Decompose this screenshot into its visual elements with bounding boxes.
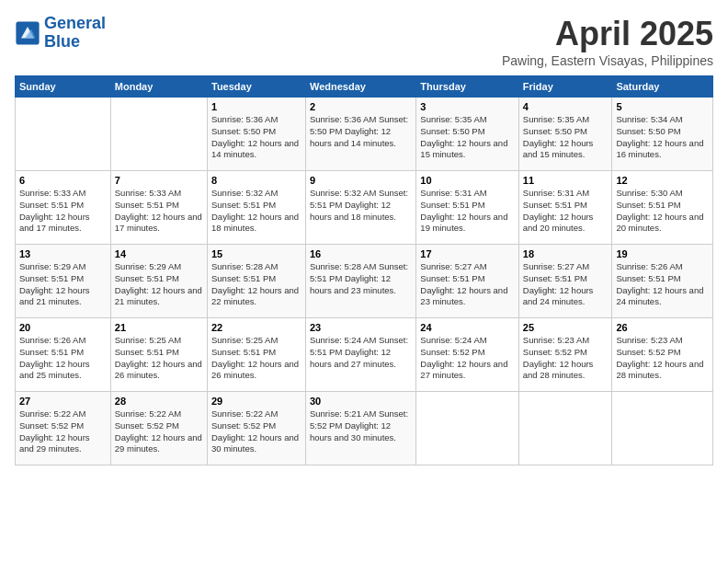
day-info: Sunrise: 5:33 AM Sunset: 5:51 PM Dayligh… [19, 188, 107, 235]
day-cell: 29Sunrise: 5:22 AM Sunset: 5:52 PM Dayli… [207, 392, 305, 465]
day-cell: 5Sunrise: 5:34 AM Sunset: 5:50 PM Daylig… [612, 98, 713, 171]
day-number: 20 [19, 322, 107, 333]
day-number: 19 [616, 248, 709, 259]
day-info: Sunrise: 5:25 AM Sunset: 5:51 PM Dayligh… [115, 335, 203, 382]
day-info: Sunrise: 5:35 AM Sunset: 5:50 PM Dayligh… [523, 114, 609, 161]
header-wednesday: Wednesday [305, 76, 415, 98]
day-cell: 15Sunrise: 5:28 AM Sunset: 5:51 PM Dayli… [207, 245, 305, 318]
day-cell: 22Sunrise: 5:25 AM Sunset: 5:51 PM Dayli… [207, 318, 305, 392]
day-number: 16 [310, 248, 412, 259]
day-number: 25 [523, 322, 609, 333]
day-cell [612, 392, 713, 465]
day-info: Sunrise: 5:36 AM Sunset: 5:50 PM Dayligh… [310, 114, 412, 149]
day-cell: 21Sunrise: 5:25 AM Sunset: 5:51 PM Dayli… [110, 318, 207, 392]
logo: General Blue [15, 15, 106, 52]
day-info: Sunrise: 5:35 AM Sunset: 5:50 PM Dayligh… [420, 114, 514, 161]
day-cell: 16Sunrise: 5:28 AM Sunset: 5:51 PM Dayli… [305, 245, 415, 318]
day-cell: 25Sunrise: 5:23 AM Sunset: 5:52 PM Dayli… [518, 318, 612, 392]
day-number: 24 [420, 322, 514, 333]
day-cell: 9Sunrise: 5:32 AM Sunset: 5:51 PM Daylig… [305, 171, 415, 245]
day-info: Sunrise: 5:29 AM Sunset: 5:51 PM Dayligh… [115, 261, 203, 308]
logo-icon [15, 20, 40, 46]
day-cell: 8Sunrise: 5:32 AM Sunset: 5:51 PM Daylig… [207, 171, 305, 245]
day-cell: 2Sunrise: 5:36 AM Sunset: 5:50 PM Daylig… [305, 98, 415, 171]
day-info: Sunrise: 5:23 AM Sunset: 5:52 PM Dayligh… [523, 335, 609, 382]
day-number: 2 [310, 101, 412, 112]
day-cell: 30Sunrise: 5:21 AM Sunset: 5:52 PM Dayli… [305, 392, 415, 465]
day-cell [416, 392, 518, 465]
day-info: Sunrise: 5:34 AM Sunset: 5:50 PM Dayligh… [616, 114, 709, 161]
day-number: 4 [523, 101, 609, 112]
week-row-1: 1Sunrise: 5:36 AM Sunset: 5:50 PM Daylig… [16, 98, 713, 171]
day-number: 9 [310, 175, 412, 186]
day-info: Sunrise: 5:26 AM Sunset: 5:51 PM Dayligh… [616, 261, 709, 308]
day-info: Sunrise: 5:22 AM Sunset: 5:52 PM Dayligh… [19, 408, 107, 455]
day-info: Sunrise: 5:27 AM Sunset: 5:51 PM Dayligh… [420, 261, 514, 308]
day-info: Sunrise: 5:22 AM Sunset: 5:52 PM Dayligh… [115, 408, 203, 455]
day-cell: 18Sunrise: 5:27 AM Sunset: 5:51 PM Dayli… [518, 245, 612, 318]
day-number: 17 [420, 248, 514, 259]
day-info: Sunrise: 5:30 AM Sunset: 5:51 PM Dayligh… [616, 188, 709, 235]
day-number: 11 [523, 175, 609, 186]
day-cell: 20Sunrise: 5:26 AM Sunset: 5:51 PM Dayli… [16, 318, 111, 392]
day-cell: 1Sunrise: 5:36 AM Sunset: 5:50 PM Daylig… [207, 98, 305, 171]
day-number: 26 [616, 322, 709, 333]
day-cell: 10Sunrise: 5:31 AM Sunset: 5:51 PM Dayli… [416, 171, 518, 245]
day-info: Sunrise: 5:32 AM Sunset: 5:51 PM Dayligh… [211, 188, 301, 235]
day-number: 8 [211, 175, 301, 186]
day-number: 7 [115, 175, 203, 186]
page-header: General Blue April 2025 Pawing, Eastern … [15, 15, 713, 68]
day-info: Sunrise: 5:24 AM Sunset: 5:51 PM Dayligh… [310, 335, 412, 370]
day-cell: 7Sunrise: 5:33 AM Sunset: 5:51 PM Daylig… [110, 171, 207, 245]
day-number: 22 [211, 322, 301, 333]
day-cell: 14Sunrise: 5:29 AM Sunset: 5:51 PM Dayli… [110, 245, 207, 318]
day-number: 3 [420, 101, 514, 112]
header-thursday: Thursday [416, 76, 518, 98]
day-info: Sunrise: 5:27 AM Sunset: 5:51 PM Dayligh… [523, 261, 609, 308]
day-cell: 4Sunrise: 5:35 AM Sunset: 5:50 PM Daylig… [518, 98, 612, 171]
week-row-4: 20Sunrise: 5:26 AM Sunset: 5:51 PM Dayli… [16, 318, 713, 392]
week-row-2: 6Sunrise: 5:33 AM Sunset: 5:51 PM Daylig… [16, 171, 713, 245]
day-number: 18 [523, 248, 609, 259]
day-cell: 24Sunrise: 5:24 AM Sunset: 5:52 PM Dayli… [416, 318, 518, 392]
week-row-5: 27Sunrise: 5:22 AM Sunset: 5:52 PM Dayli… [16, 392, 713, 465]
day-cell: 27Sunrise: 5:22 AM Sunset: 5:52 PM Dayli… [16, 392, 111, 465]
day-info: Sunrise: 5:22 AM Sunset: 5:52 PM Dayligh… [211, 408, 301, 455]
day-info: Sunrise: 5:28 AM Sunset: 5:51 PM Dayligh… [310, 261, 412, 296]
day-cell: 28Sunrise: 5:22 AM Sunset: 5:52 PM Dayli… [110, 392, 207, 465]
day-cell: 19Sunrise: 5:26 AM Sunset: 5:51 PM Dayli… [612, 245, 713, 318]
day-cell [16, 98, 111, 171]
day-cell [110, 98, 207, 171]
logo-text: General Blue [44, 15, 106, 52]
header-saturday: Saturday [612, 76, 713, 98]
day-cell: 17Sunrise: 5:27 AM Sunset: 5:51 PM Dayli… [416, 245, 518, 318]
day-number: 29 [211, 396, 301, 407]
calendar-header-row: SundayMondayTuesdayWednesdayThursdayFrid… [16, 76, 713, 98]
day-info: Sunrise: 5:33 AM Sunset: 5:51 PM Dayligh… [115, 188, 203, 235]
week-row-3: 13Sunrise: 5:29 AM Sunset: 5:51 PM Dayli… [16, 245, 713, 318]
location-subtitle: Pawing, Eastern Visayas, Philippines [502, 53, 713, 68]
day-number: 30 [310, 396, 412, 407]
title-block: April 2025 Pawing, Eastern Visayas, Phil… [502, 15, 713, 68]
header-monday: Monday [110, 76, 207, 98]
day-number: 12 [616, 175, 709, 186]
day-cell [518, 392, 612, 465]
day-cell: 3Sunrise: 5:35 AM Sunset: 5:50 PM Daylig… [416, 98, 518, 171]
day-cell: 26Sunrise: 5:23 AM Sunset: 5:52 PM Dayli… [612, 318, 713, 392]
day-cell: 23Sunrise: 5:24 AM Sunset: 5:51 PM Dayli… [305, 318, 415, 392]
calendar-table: SundayMondayTuesdayWednesdayThursdayFrid… [15, 75, 713, 465]
day-info: Sunrise: 5:23 AM Sunset: 5:52 PM Dayligh… [616, 335, 709, 382]
header-friday: Friday [518, 76, 612, 98]
day-info: Sunrise: 5:24 AM Sunset: 5:52 PM Dayligh… [420, 335, 514, 382]
day-info: Sunrise: 5:21 AM Sunset: 5:52 PM Dayligh… [310, 408, 412, 443]
day-number: 15 [211, 248, 301, 259]
day-number: 14 [115, 248, 203, 259]
day-info: Sunrise: 5:26 AM Sunset: 5:51 PM Dayligh… [19, 335, 107, 382]
day-info: Sunrise: 5:29 AM Sunset: 5:51 PM Dayligh… [19, 261, 107, 308]
day-number: 21 [115, 322, 203, 333]
day-number: 5 [616, 101, 709, 112]
day-info: Sunrise: 5:36 AM Sunset: 5:50 PM Dayligh… [211, 114, 301, 161]
day-number: 10 [420, 175, 514, 186]
day-info: Sunrise: 5:28 AM Sunset: 5:51 PM Dayligh… [211, 261, 301, 308]
day-number: 23 [310, 322, 412, 333]
